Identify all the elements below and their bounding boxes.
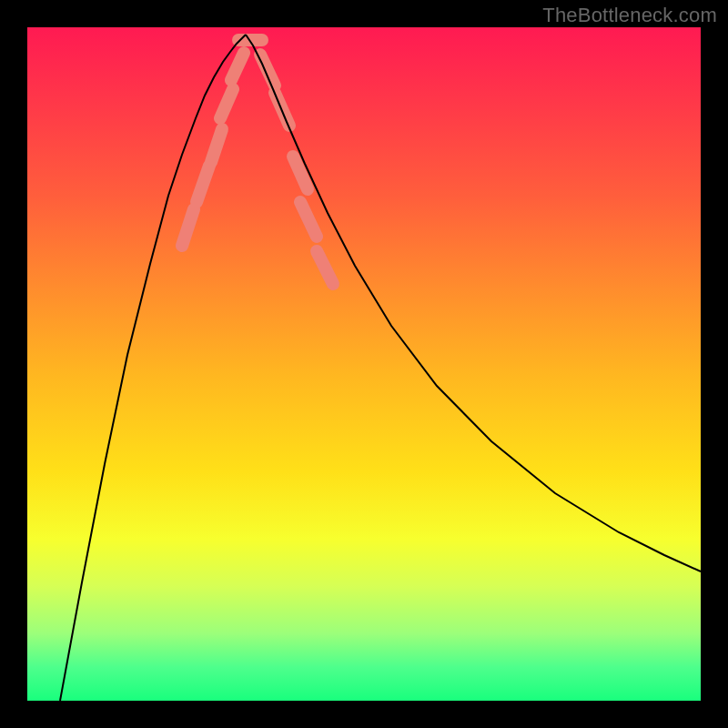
right-branch-curve <box>246 35 701 571</box>
watermark-text: TheBottleneck.com <box>542 4 717 27</box>
highlight-segment <box>317 251 333 284</box>
highlight-segment <box>197 166 209 202</box>
plot-area <box>27 27 701 701</box>
highlight-segment <box>182 209 194 246</box>
chart-frame: TheBottleneck.com <box>0 0 728 728</box>
highlight-segment <box>231 53 244 80</box>
highlight-segment <box>300 202 317 237</box>
highlight-segments <box>182 40 333 284</box>
highlight-segment <box>220 89 233 118</box>
highlight-segment <box>211 129 222 162</box>
highlight-segment <box>260 55 275 86</box>
chart-svg <box>27 27 701 701</box>
highlight-segment <box>293 157 308 189</box>
